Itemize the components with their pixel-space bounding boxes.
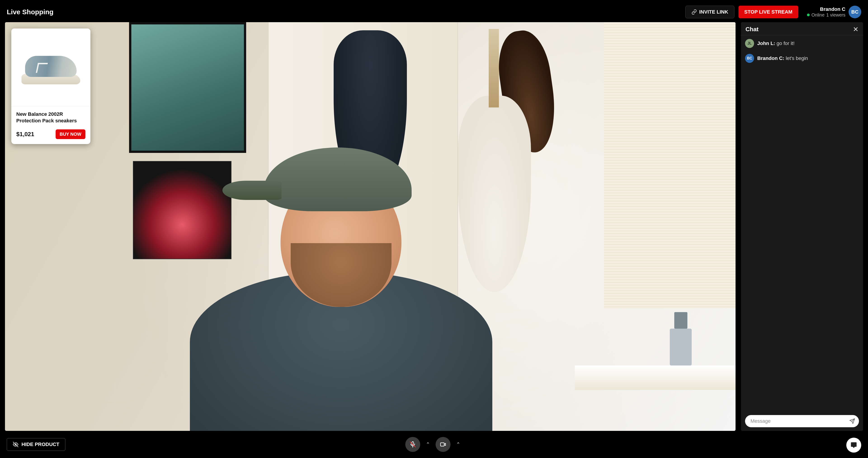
topbar: Live Shopping INVITE LINK STOP LIVE STRE…: [0, 0, 868, 22]
chevron-up-icon: ⌃: [426, 441, 430, 447]
close-icon[interactable]: ✕: [853, 26, 859, 33]
chat-text: let's begin: [786, 55, 808, 61]
spray-bottle: [670, 328, 692, 366]
chat-line: Brandon C: let's begin: [757, 55, 808, 61]
link-icon: [691, 9, 697, 15]
product-image: [11, 28, 90, 107]
mic-off-icon: [409, 441, 416, 448]
camera-options-button[interactable]: ⌃: [454, 437, 463, 452]
product-price: $1,021: [16, 131, 34, 138]
chat-message: JL John L: go for it!: [745, 39, 859, 48]
hide-product-label: HIDE PRODUCT: [22, 441, 59, 447]
camera-toggle-button[interactable]: [436, 437, 451, 452]
chevron-up-icon: ⌃: [456, 441, 460, 447]
invite-link-button[interactable]: INVITE LINK: [685, 6, 734, 18]
product-card: New Balance 2002R Protection Pack sneake…: [11, 28, 90, 144]
app-root: Live Shopping INVITE LINK STOP LIVE STRE…: [0, 0, 868, 458]
svg-rect-3: [440, 443, 444, 446]
avatar-small: BC: [745, 54, 754, 63]
chat-author: Brandon C:: [757, 55, 786, 61]
avatar[interactable]: BC: [848, 6, 861, 18]
camera-icon: [440, 441, 446, 448]
chat-line: John L: go for it!: [757, 40, 795, 46]
user-name: Brandon C: [820, 6, 845, 12]
user-status: Online: [811, 12, 825, 18]
invite-link-label: INVITE LINK: [699, 9, 728, 15]
mic-toggle-button[interactable]: [405, 437, 420, 452]
chat-message: BC Brandon C: let's begin: [745, 54, 859, 63]
page-title: Live Shopping: [7, 8, 54, 16]
buy-now-button[interactable]: BUY NOW: [56, 130, 86, 139]
hide-product-button[interactable]: HIDE PRODUCT: [7, 438, 65, 451]
product-row: $1,021 BUY NOW: [16, 130, 86, 139]
main-row: New Balance 2002R Protection Pack sneake…: [0, 22, 868, 431]
chat-input-row: [745, 415, 859, 427]
stop-stream-button[interactable]: STOP LIVE STREAM: [739, 6, 798, 18]
chat-author: John L:: [757, 40, 777, 46]
online-dot-icon: [807, 13, 810, 16]
chat-header: Chat ✕: [741, 22, 863, 35]
user-status-row: Online 1 viewers: [807, 12, 845, 18]
chat-text: go for it!: [777, 40, 795, 46]
presenter: [173, 128, 509, 431]
support-chat-button[interactable]: [846, 438, 861, 453]
stop-stream-label: STOP LIVE STREAM: [744, 9, 793, 15]
chat-title: Chat: [745, 26, 758, 33]
user-text: Brandon C Online 1 viewers: [807, 6, 845, 18]
chat-input[interactable]: [750, 418, 848, 424]
mic-options-button[interactable]: ⌃: [423, 437, 432, 452]
sneaker-icon: [22, 51, 80, 84]
window-blind: [604, 22, 736, 308]
window-sill: [575, 366, 736, 390]
video-column: New Balance 2002R Protection Pack sneake…: [5, 22, 736, 431]
send-icon: [849, 418, 855, 424]
viewer-count: 1 viewers: [827, 12, 845, 18]
bottombar: HIDE PRODUCT ⌃ ⌃: [0, 431, 868, 458]
avatar-small: JL: [745, 39, 754, 48]
chat-messages: JL John L: go for it! BC Brandon C: let'…: [741, 37, 863, 412]
product-body: New Balance 2002R Protection Pack sneake…: [11, 107, 90, 144]
chat-panel: Chat ✕ JL John L: go for it! BC Brandon …: [741, 22, 863, 431]
product-name: New Balance 2002R Protection Pack sneake…: [16, 111, 86, 124]
user-block[interactable]: Brandon C Online 1 viewers BC: [807, 6, 861, 18]
chat-separator: [741, 35, 863, 35]
send-button[interactable]: [848, 417, 857, 426]
av-controls: ⌃ ⌃: [405, 437, 463, 452]
chat-bubble-icon: [850, 442, 857, 449]
eye-off-icon: [13, 442, 18, 447]
video-stream: New Balance 2002R Protection Pack sneake…: [5, 22, 736, 431]
